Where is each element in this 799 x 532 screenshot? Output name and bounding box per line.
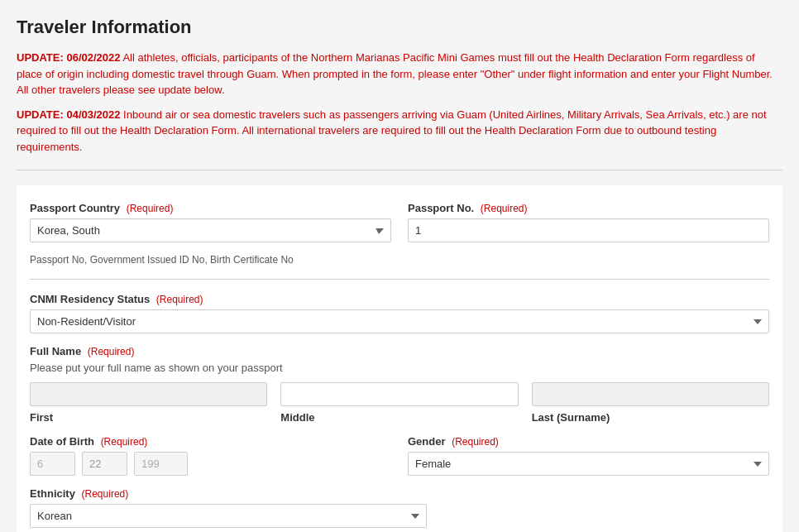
dob-day-input[interactable] bbox=[82, 452, 127, 476]
cnmi-required: (Required) bbox=[156, 294, 203, 305]
section-divider-top bbox=[17, 170, 782, 170]
cnmi-row: CNMI Residency Status (Required) Non-Res… bbox=[30, 293, 769, 333]
dob-month-input[interactable] bbox=[30, 452, 75, 476]
dob-inputs bbox=[30, 452, 391, 476]
cnmi-label: CNMI Residency Status (Required) bbox=[30, 293, 769, 305]
dob-required: (Required) bbox=[101, 436, 148, 448]
page-title: Traveler Information bbox=[17, 17, 782, 38]
alert-2: UPDATE: 04/03/2022 Inbound air or sea do… bbox=[17, 107, 782, 156]
middle-name-col bbox=[280, 382, 518, 406]
dob-year-input[interactable] bbox=[134, 452, 188, 476]
cnmi-select[interactable]: Non-Resident/Visitor Resident Other bbox=[30, 309, 769, 333]
traveler-form: Passport Country (Required) Korea, South… bbox=[17, 185, 782, 532]
passport-country-col: Passport Country (Required) Korea, South… bbox=[30, 202, 391, 242]
name-labels-row: First Middle Last (Surname) bbox=[30, 411, 769, 424]
dob-section: Date of Birth (Required) bbox=[30, 435, 391, 476]
passport-country-required: (Required) bbox=[127, 203, 174, 214]
full-name-required: (Required) bbox=[88, 346, 135, 357]
ethnicity-required: (Required) bbox=[82, 488, 129, 500]
passport-country-select[interactable]: Korea, South United States Japan Philipp… bbox=[30, 218, 391, 242]
first-name-input[interactable] bbox=[30, 382, 267, 406]
alert-1-date: UPDATE: 06/02/2022 bbox=[17, 51, 121, 64]
alert-1-text: All athletes, officials, participants of… bbox=[17, 51, 773, 96]
alert-2-date: UPDATE: 04/03/2022 bbox=[17, 108, 121, 121]
alert-2-text: Inbound air or sea domestic travelers su… bbox=[17, 108, 767, 153]
gender-required: (Required) bbox=[452, 436, 499, 448]
cnmi-col: CNMI Residency Status (Required) Non-Res… bbox=[30, 293, 769, 333]
gender-label: Gender (Required) bbox=[408, 435, 769, 448]
dob-label: Date of Birth (Required) bbox=[30, 435, 391, 448]
ethnicity-label: Ethnicity (Required) bbox=[30, 487, 427, 500]
passport-hint: Passport No, Government Issued ID No, Bi… bbox=[30, 254, 769, 266]
passport-country-wrapper: Korea, South United States Japan Philipp… bbox=[30, 218, 391, 242]
passport-no-required: (Required) bbox=[481, 203, 528, 214]
last-name-input[interactable] bbox=[532, 382, 769, 406]
ethnicity-section: Ethnicity (Required) Korean Asian White … bbox=[30, 487, 427, 528]
passport-no-label: Passport No. (Required) bbox=[408, 202, 769, 214]
alert-1: UPDATE: 06/02/2022 All athletes, officia… bbox=[17, 50, 782, 98]
first-name-label: First bbox=[30, 411, 267, 424]
passport-row: Passport Country (Required) Korea, South… bbox=[30, 202, 769, 242]
full-name-section: Full Name (Required) Please put your ful… bbox=[30, 345, 769, 424]
last-name-label: Last (Surname) bbox=[532, 411, 769, 424]
dob-gender-row: Date of Birth (Required) Gender (Require… bbox=[30, 435, 769, 476]
passport-no-input[interactable] bbox=[408, 218, 769, 242]
name-inputs-row bbox=[30, 382, 769, 406]
ethnicity-select[interactable]: Korean Asian White Hispanic Other bbox=[30, 504, 427, 528]
gender-section: Gender (Required) Female Male Other bbox=[408, 435, 769, 476]
first-name-col bbox=[30, 382, 267, 406]
full-name-hint: Please put your full name as shown on yo… bbox=[30, 362, 769, 374]
full-name-label: Full Name (Required) bbox=[30, 345, 769, 357]
section-divider-mid bbox=[30, 279, 769, 280]
middle-name-input[interactable] bbox=[280, 382, 518, 406]
last-name-col bbox=[532, 382, 769, 406]
gender-select[interactable]: Female Male Other bbox=[408, 452, 769, 476]
passport-no-col: Passport No. (Required) bbox=[408, 202, 769, 242]
middle-name-label: Middle bbox=[280, 411, 518, 424]
passport-country-label: Passport Country (Required) bbox=[30, 202, 391, 214]
